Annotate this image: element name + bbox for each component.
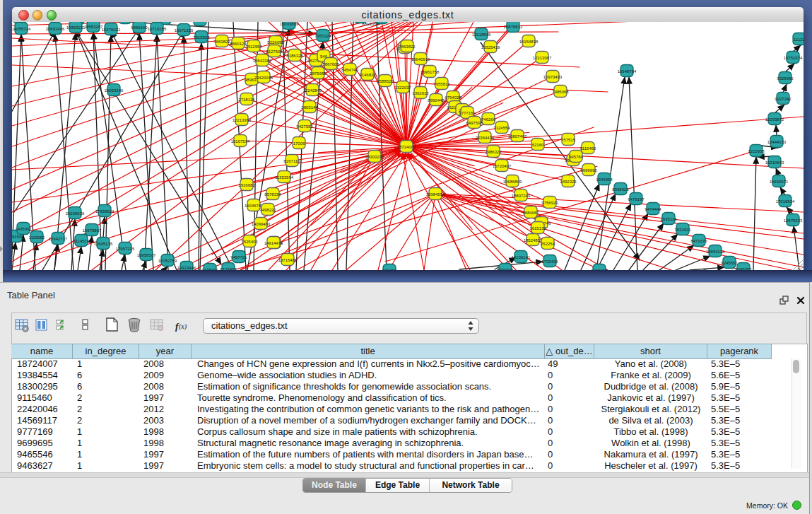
svg-text:12444153: 12444153 — [767, 140, 787, 144]
svg-text:17016504: 17016504 — [776, 199, 795, 204]
svg-text:2986322: 2986322 — [485, 150, 502, 154]
svg-text:12213362: 12213362 — [233, 118, 252, 122]
svg-text:20364436: 20364436 — [476, 136, 495, 140]
svg-text:7625402: 7625402 — [241, 240, 258, 244]
svg-text:20206536: 20206536 — [66, 211, 85, 216]
svg-text:16961758: 16961758 — [420, 70, 440, 74]
svg-text:(x): (x) — [179, 322, 187, 331]
svg-text:11353594: 11353594 — [275, 175, 294, 180]
svg-text:19384554: 19384554 — [426, 192, 445, 197]
svg-text:6466160: 6466160 — [131, 25, 148, 30]
svg-text:16543382: 16543382 — [253, 59, 272, 63]
svg-text:252254: 252254 — [541, 242, 555, 246]
svg-text:5875685: 5875685 — [310, 71, 326, 76]
svg-text:9457721: 9457721 — [230, 255, 247, 259]
svg-text:17957225: 17957225 — [116, 247, 135, 251]
svg-text:12093872: 12093872 — [765, 117, 784, 122]
svg-text:7663822: 7663822 — [213, 40, 230, 44]
svg-text:16154838: 16154838 — [519, 40, 539, 44]
svg-text:9329966: 9329966 — [777, 76, 794, 81]
svg-text:9777169: 9777169 — [459, 111, 476, 115]
svg-text:7663822: 7663822 — [399, 45, 416, 49]
svg-text:3498222: 3498222 — [259, 208, 276, 212]
svg-text:5226058: 5226058 — [267, 40, 284, 45]
svg-text:9427552: 9427552 — [296, 124, 313, 129]
svg-text:2935114: 2935114 — [661, 217, 678, 221]
svg-text:8660124: 8660124 — [230, 42, 247, 46]
svg-text:15276021: 15276021 — [102, 28, 121, 32]
svg-text:9146821: 9146821 — [359, 73, 376, 77]
svg-text:1640954: 1640954 — [596, 177, 613, 182]
svg-text:8186328: 8186328 — [286, 54, 303, 58]
svg-text:12242845: 12242845 — [303, 88, 322, 93]
svg-text:10973493: 10973493 — [543, 75, 563, 79]
svg-text:6479197: 6479197 — [628, 197, 645, 201]
svg-text:2803144: 2803144 — [301, 105, 318, 110]
svg-text:15751074: 15751074 — [784, 56, 803, 60]
svg-text:3912954: 3912954 — [245, 45, 262, 49]
svg-text:13218506: 13218506 — [472, 33, 491, 37]
svg-text:14914479: 14914479 — [264, 241, 283, 245]
svg-text:16033809: 16033809 — [280, 22, 299, 26]
svg-text:19363151: 19363151 — [66, 25, 86, 30]
svg-text:9245652: 9245652 — [721, 261, 738, 265]
svg-text:13716485: 13716485 — [278, 258, 298, 262]
svg-text:8990448: 8990448 — [428, 98, 445, 103]
svg-text:995784: 995784 — [569, 155, 584, 159]
svg-text:12875333: 12875333 — [784, 218, 803, 223]
svg-text:1435061: 1435061 — [15, 227, 32, 231]
svg-text:10654112: 10654112 — [706, 250, 725, 254]
svg-text:9474444: 9474444 — [645, 207, 661, 211]
svg-text:16210643: 16210643 — [765, 160, 784, 165]
svg-text:8813054: 8813054 — [362, 22, 379, 26]
svg-text:7955812: 7955812 — [433, 82, 450, 86]
svg-text:8471676: 8471676 — [690, 239, 707, 243]
svg-text:16648784: 16648784 — [618, 69, 637, 74]
svg-text:7632621: 7632621 — [674, 228, 691, 232]
svg-text:20053346: 20053346 — [105, 88, 124, 93]
svg-text:1322037: 1322037 — [394, 86, 411, 90]
svg-text:62160: 62160 — [532, 143, 544, 147]
svg-text:10719185: 10719185 — [148, 27, 167, 31]
svg-text:16640910: 16640910 — [411, 57, 430, 62]
svg-text:23420046: 23420046 — [254, 76, 273, 80]
svg-text:1115682: 1115682 — [29, 235, 45, 240]
svg-text:1733426: 1733426 — [541, 259, 558, 264]
svg-text:12905135: 12905135 — [94, 242, 113, 246]
svg-text:1492325: 1492325 — [560, 180, 577, 184]
svg-text:15720407: 15720407 — [493, 164, 512, 168]
svg-text:8578334: 8578334 — [264, 192, 281, 197]
svg-text:1615132: 1615132 — [529, 226, 546, 230]
svg-text:746266: 746266 — [481, 117, 496, 122]
svg-text:9127508: 9127508 — [266, 49, 283, 54]
svg-text:9684067: 9684067 — [522, 211, 539, 215]
svg-text:15692971: 15692971 — [770, 180, 789, 184]
svg-text:10107534: 10107534 — [231, 139, 250, 144]
svg-text:14099483: 14099483 — [252, 222, 271, 226]
svg-text:2867608: 2867608 — [322, 62, 339, 66]
svg-text:16782759: 16782759 — [158, 259, 177, 263]
svg-text:16671355: 16671355 — [175, 28, 194, 33]
svg-text:757515: 757515 — [561, 138, 576, 142]
svg-text:18300295: 18300295 — [365, 155, 384, 159]
svg-text:17006: 17006 — [293, 141, 305, 146]
svg-text:1114519: 1114519 — [73, 239, 90, 243]
svg-text:14055724: 14055724 — [12, 27, 31, 31]
svg-text:1588520: 1588520 — [377, 79, 394, 83]
svg-text:9227342: 9227342 — [775, 97, 792, 101]
svg-text:18724007: 18724007 — [397, 145, 416, 149]
svg-text:20691406: 20691406 — [46, 27, 65, 31]
svg-text:39154: 39154 — [12, 235, 22, 239]
svg-text:2718126: 2718126 — [238, 98, 255, 102]
svg-text:6497508: 6497508 — [466, 121, 483, 125]
svg-text:10686809: 10686809 — [503, 180, 522, 184]
svg-text:8454749: 8454749 — [341, 68, 358, 72]
svg-text:11122: 11122 — [794, 37, 804, 42]
svg-text:12923446: 12923446 — [177, 266, 196, 270]
svg-text:10975867: 10975867 — [83, 228, 102, 233]
svg-text:8938923: 8938923 — [612, 187, 629, 192]
svg-text:14136141: 14136141 — [512, 255, 531, 259]
svg-text:9756920: 9756920 — [541, 201, 558, 205]
svg-text:13325419: 13325419 — [481, 45, 500, 49]
svg-text:1362615: 1362615 — [412, 91, 429, 95]
